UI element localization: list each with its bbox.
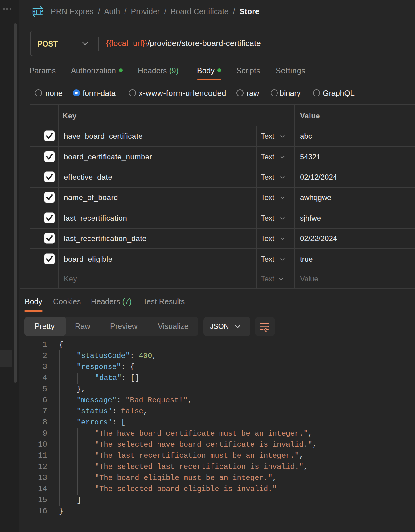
svg-text:HTTP: HTTP [32, 9, 43, 15]
